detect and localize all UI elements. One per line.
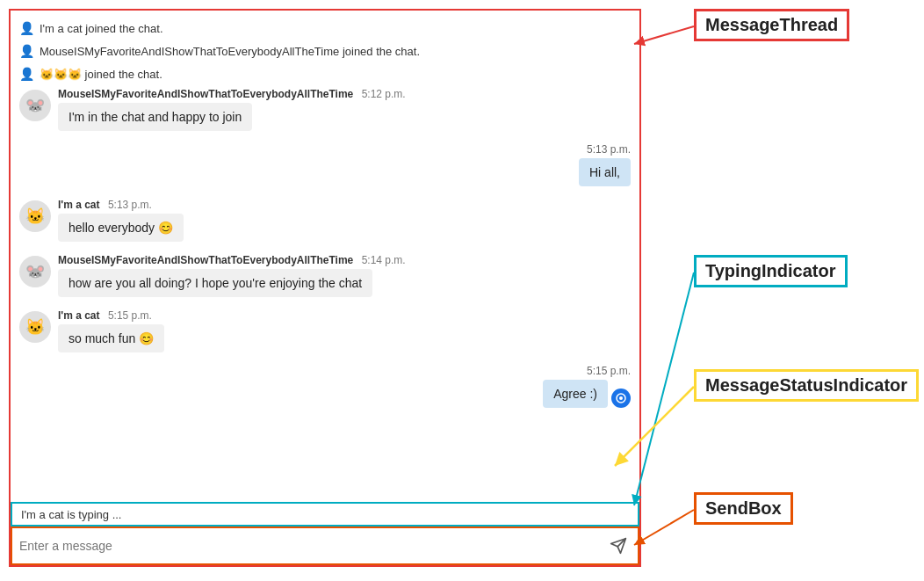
message-bubble-3: hello everybody 😊	[58, 214, 184, 242]
own-timestamp-6: 5:15 p.m.	[587, 365, 631, 377]
system-message-2: 👤 MouseISMyFavoriteAndIShowThatToEverybo…	[19, 42, 631, 60]
outer-wrapper: 👤 I'm a cat joined the chat. 👤 MouseISMy…	[0, 0, 924, 581]
send-box[interactable]	[11, 527, 639, 565]
send-icon	[610, 537, 627, 555]
message-thread[interactable]: 👤 I'm a cat joined the chat. 👤 MouseISMy…	[11, 11, 639, 502]
message-header-4: MouseISMyFavoriteAndIShowThatToEverybody…	[58, 254, 406, 266]
message-row-3: 🐱 I'm a cat 5:13 p.m. hello everybody 😊	[19, 199, 631, 242]
user-join-icon-2: 👤	[19, 44, 34, 58]
svg-line-4	[634, 26, 694, 44]
own-message-wrapper-2: 5:13 p.m. Hi all,	[579, 143, 631, 186]
send-button[interactable]	[606, 534, 631, 558]
user-join-icon-1: 👤	[19, 21, 34, 35]
message-row-4: 🐭 MouseISMyFavoriteAndIShowThatToEverybo…	[19, 254, 631, 297]
send-box-annotation-label: SendBox	[694, 492, 793, 525]
avatar-4: 🐭	[19, 256, 51, 287]
system-message-1: 👤 I'm a cat joined the chat.	[19, 19, 631, 37]
typing-indicator-annotation-label: TypingIndicator	[694, 255, 848, 287]
avatar-1: 🐭	[19, 90, 51, 121]
user-join-icon-3: 👤	[19, 67, 34, 81]
message-bubble-2: Hi all,	[579, 158, 631, 186]
message-row-5: 🐱 I'm a cat 5:15 p.m. so much fun 😊	[19, 309, 631, 352]
message-header-3: I'm a cat 5:13 p.m.	[58, 199, 184, 211]
message-header-5: I'm a cat 5:15 p.m.	[58, 309, 164, 322]
chat-container: 👤 I'm a cat joined the chat. 👤 MouseISMy…	[9, 9, 641, 567]
message-bubble-6: Agree :)	[543, 380, 608, 408]
message-bubble-4: how are you all doing? I hope you're enj…	[58, 269, 372, 297]
message-status-annotation-label: MessageStatusIndicator	[694, 369, 919, 402]
own-message-wrapper-6: 5:15 p.m. Agree :)	[543, 365, 631, 408]
message-input[interactable]	[19, 539, 606, 553]
svg-point-1	[619, 396, 623, 400]
typing-indicator: I'm a cat is typing ...	[11, 502, 639, 527]
message-content-3: I'm a cat 5:13 p.m. hello everybody 😊	[58, 199, 184, 242]
message-status-icon	[611, 389, 631, 408]
svg-line-5	[634, 272, 694, 505]
message-header-1: MouseISMyFavoriteAndIShowThatToEverybody…	[58, 88, 406, 100]
svg-line-7	[634, 510, 694, 545]
message-row-1: 🐭 MouseISMyFavoriteAndIShowThatToEverybo…	[19, 88, 631, 131]
avatar-5: 🐱	[19, 311, 51, 343]
message-content-4: MouseISMyFavoriteAndIShowThatToEverybody…	[58, 254, 406, 297]
own-timestamp-2: 5:13 p.m.	[587, 143, 631, 156]
message-bubble-1: I'm in the chat and happy to join	[58, 103, 252, 131]
message-row-6: 5:15 p.m. Agree :)	[19, 365, 631, 408]
message-content-1: MouseISMyFavoriteAndIShowThatToEverybody…	[58, 88, 406, 131]
message-thread-annotation-label: MessageThread	[694, 9, 849, 41]
message-content-5: I'm a cat 5:15 p.m. so much fun 😊	[58, 309, 164, 352]
message-bubble-5: so much fun 😊	[58, 324, 164, 352]
system-message-3: 👤 🐱🐱🐱 joined the chat.	[19, 65, 631, 83]
message-row-2: 5:13 p.m. Hi all,	[19, 143, 631, 186]
avatar-3: 🐱	[19, 200, 51, 232]
